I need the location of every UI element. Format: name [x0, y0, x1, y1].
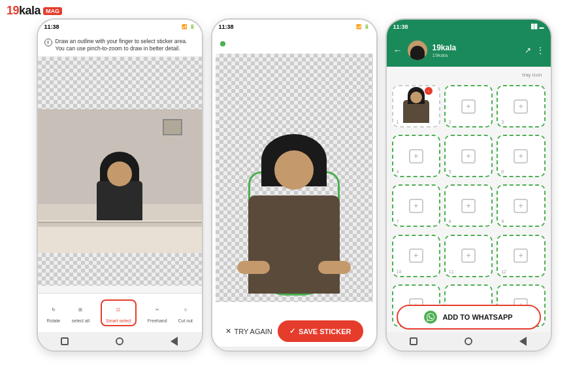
sticker6-num: 6	[501, 169, 504, 174]
desk-edge	[38, 222, 202, 227]
phone1-status-bar: 11:38 📶 🔋	[38, 20, 202, 34]
phone2-status-bar: 11:38 📶 🔋	[212, 20, 376, 34]
sticker-cell-6[interactable]: + 6	[497, 135, 545, 177]
phone3-nav	[387, 332, 551, 350]
add-to-whatsapp-container: ADD TO WHATSAPP	[387, 305, 551, 330]
phone1-instruction: i Draw an outline with your finger to se…	[38, 34, 202, 57]
nav-back-button[interactable]	[342, 349, 355, 352]
try-again-button[interactable]: ✕ TRY AGAIN	[225, 327, 272, 335]
smart-select-icon: ⊡	[111, 303, 125, 317]
sticker2-icon: +	[461, 99, 476, 114]
phone3-status-bar: 11:38 ▊▊ ▬	[387, 20, 551, 34]
sticker8-num: 8	[449, 219, 451, 224]
nav-circle-icon	[116, 337, 123, 345]
nav-circle-button[interactable]	[462, 335, 475, 348]
sticker4-icon: +	[409, 149, 423, 163]
save-sticker-label: SAVE STICKER	[299, 328, 351, 335]
nav-circle-button[interactable]	[113, 335, 126, 348]
sticker3-num: 3	[501, 120, 504, 124]
phone-1: 11:38 📶 🔋 i Draw an outline with your fi…	[37, 18, 203, 352]
freehand-label: Freehand	[148, 318, 167, 323]
logo-bar: 19kala MAG	[7, 4, 62, 18]
sticker4-num: 4	[397, 169, 399, 174]
checker-bottom	[38, 253, 202, 286]
x-icon: ✕	[225, 327, 231, 335]
phone2-nav	[212, 347, 376, 352]
logo-mag: MAG	[43, 7, 62, 15]
phone-2: 11:38 📶 🔋 T ADD TEXT ✏ OUTLINE	[211, 18, 378, 352]
logo: 19kala	[7, 4, 41, 18]
nav-triangle-icon	[519, 337, 527, 346]
phone3-status-icons: ▊▊ ▬	[531, 24, 544, 29]
sticker1-num: 1	[397, 120, 399, 124]
freehand-button[interactable]: ✂ Freehand	[148, 303, 167, 323]
instruction-text: Draw an outline with your finger to sele…	[56, 38, 195, 52]
rotate-button[interactable]: ↻ Rotate	[46, 303, 61, 323]
person-cutout	[248, 171, 340, 296]
nav-circle-icon	[465, 337, 472, 345]
cutout-button[interactable]: ⊹ Cut out	[178, 303, 193, 323]
cutout-left-arm	[237, 261, 270, 274]
wa-avatar	[408, 41, 427, 60]
add-to-whatsapp-label: ADD TO WHATSAPP	[442, 313, 512, 321]
save-sticker-button[interactable]: ✓ SAVE STICKER	[278, 320, 363, 342]
add-icon: +	[466, 102, 470, 111]
sticker-cell-9[interactable]: + 9	[497, 184, 545, 227]
sticker7-num: 7	[397, 219, 399, 224]
photo-body	[97, 181, 142, 224]
nav-square-icon	[61, 337, 69, 345]
tray-icon-label: tray icon	[392, 72, 546, 81]
nav-back-button[interactable]	[168, 335, 181, 348]
nav-square-button[interactable]	[407, 335, 420, 348]
avatar-person	[410, 46, 425, 60]
phone2-status-icons: 📶 🔋	[356, 24, 370, 29]
sticker-cell-1[interactable]: - 1	[392, 85, 440, 128]
sticker-cell-12[interactable]: + 12	[497, 235, 545, 277]
photo-frame	[163, 119, 182, 135]
sticker-cell-7[interactable]: + 7	[392, 184, 440, 227]
nav-square-button[interactable]	[233, 349, 246, 352]
nav-square-button[interactable]	[58, 335, 71, 348]
sticker-cell-5[interactable]: + 5	[444, 135, 493, 177]
battery-icon: 🔋	[189, 24, 195, 29]
smart-select-button[interactable]: ⊡ Smart select	[101, 299, 137, 326]
sticker-cell-2[interactable]: + 2	[444, 85, 493, 128]
phone-3: 11:38 ▊▊ ▬ ← 19kala 19kala ↗ ⋮ tray	[385, 18, 552, 352]
sticker1-face	[410, 92, 422, 103]
wa-action-icons: ↗ ⋮	[525, 46, 544, 55]
delete-badge[interactable]: -	[425, 87, 433, 95]
nav-circle-button[interactable]	[287, 349, 301, 352]
sticker-cell-10[interactable]: + 10	[392, 235, 440, 277]
share-icon[interactable]: ↗	[525, 46, 531, 55]
info-icon: i	[44, 39, 52, 46]
cutout-face	[274, 150, 314, 190]
cutout-body	[248, 196, 340, 294]
sticker-cell-8[interactable]: + 8	[444, 184, 493, 227]
sticker-cell-3[interactable]: + 3	[497, 85, 545, 128]
add-to-whatsapp-button[interactable]: ADD TO WHATSAPP	[397, 305, 541, 330]
sticker-cell-11[interactable]: + 11	[444, 235, 493, 277]
phone1-toolbar: ↻ Rotate ⊞ select all ⊡ Smart select ✂ F…	[38, 293, 202, 332]
phone2-canvas	[216, 54, 373, 302]
sticker11-num: 11	[449, 269, 454, 274]
add-icon: +	[519, 102, 523, 111]
more-icon[interactable]: ⋮	[536, 46, 544, 55]
checker-top	[38, 57, 202, 109]
rotate-icon: ↻	[46, 303, 61, 317]
sticker6-icon: +	[514, 149, 528, 163]
sticker-cell-4[interactable]: + 4	[392, 135, 440, 177]
sticker12-icon: +	[514, 248, 528, 263]
sticker12-num: 12	[501, 269, 506, 274]
wifi-icon: 📶	[182, 24, 188, 29]
whatsapp-icon	[424, 311, 437, 324]
phone2-content: T ADD TEXT ✏ OUTLINE	[212, 34, 376, 352]
wifi-icon: 📶	[356, 24, 362, 29]
sticker2-num: 2	[449, 120, 451, 124]
cutout-label: Cut out	[178, 318, 193, 323]
select-all-button[interactable]: ⊞ select all	[72, 303, 90, 323]
whatsapp-header: ← 19kala 19kala ↗ ⋮	[387, 34, 551, 67]
sticker10-num: 10	[397, 269, 402, 274]
nav-back-button[interactable]	[517, 335, 530, 348]
back-button[interactable]: ←	[393, 45, 402, 56]
cutout-right-arm	[318, 261, 351, 274]
